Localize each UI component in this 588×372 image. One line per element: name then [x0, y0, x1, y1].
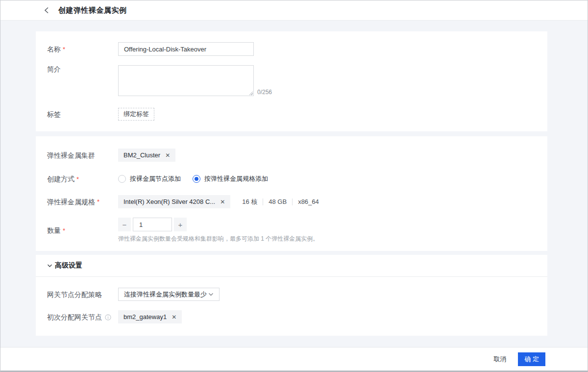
form-content: 名称 * 简介 0/256 — [0, 21, 588, 347]
spec-chip-label: Intel(R) Xeon(R) Silver 4208 C... — [123, 198, 215, 205]
bind-tag-button[interactable]: 绑定标签 — [118, 108, 154, 121]
close-icon[interactable]: ✕ — [172, 314, 176, 320]
gateway-label-col: 初次分配网关节点 — [47, 310, 118, 323]
gateway-policy-select[interactable]: 连接弹性裸金属实例数量最少 — [118, 288, 220, 301]
required-mark: * — [76, 175, 79, 183]
plus-button[interactable]: + — [174, 218, 187, 231]
advanced-settings-toggle[interactable]: 高级设置 — [36, 255, 547, 277]
desc-textarea[interactable] — [118, 65, 254, 96]
gateway-label: 初次分配网关节点 — [47, 313, 102, 321]
radio-option-by-spec[interactable]: 按弹性裸金属规格添加 — [193, 174, 268, 183]
advanced-settings-card: 高级设置 网关节点分配策略 连接弹性裸金属实例数量最少 — [36, 255, 547, 336]
required-mark: * — [63, 227, 65, 234]
back-button[interactable] — [42, 6, 51, 15]
quantity-input[interactable] — [133, 218, 172, 231]
chevron-down-icon — [47, 264, 52, 268]
cluster-label: 弹性裸金属集群 — [47, 151, 95, 159]
chevron-down-icon — [208, 293, 214, 296]
create-elastic-baremetal-page: 创建弹性裸金属实例 名称 * 简介 — [0, 0, 588, 372]
spec-hardware-info: 16 核 48 GB x86_64 — [237, 198, 324, 205]
action-footer: 取消 确 定 — [0, 347, 588, 371]
radio-unchecked-icon[interactable] — [118, 175, 126, 183]
policy-label: 网关节点分配策略 — [47, 291, 102, 298]
tag-label-col: 标签 — [47, 108, 118, 121]
basic-info-card: 名称 * 简介 0/256 — [36, 31, 547, 131]
minus-button[interactable]: − — [118, 218, 131, 231]
info-icon[interactable] — [105, 314, 111, 321]
gateway-policy-value: 连接弹性裸金属实例数量最少 — [124, 290, 207, 299]
policy-label-col: 网关节点分配策略 — [47, 288, 118, 301]
cluster-chip-label: BM2_Cluster — [123, 151, 160, 159]
desc-label-col: 简介 — [47, 65, 118, 96]
required-mark: * — [63, 46, 65, 53]
config-card: 弹性裸金属集群 BM2_Cluster ✕ 创建方式 * — [36, 136, 547, 251]
quantity-label-col: 数量 * — [47, 218, 118, 243]
page-title: 创建弹性裸金属实例 — [58, 6, 127, 15]
gateway-chip-label: bm2_gateway1 — [123, 313, 167, 321]
radio-label: 按裸金属节点添加 — [130, 174, 181, 183]
spec-arch: x86_64 — [292, 198, 324, 205]
radio-checked-icon[interactable] — [193, 175, 200, 183]
name-label-col: 名称 * — [47, 42, 118, 56]
spec-memory: 48 GB — [263, 198, 292, 205]
required-mark: * — [97, 198, 99, 205]
quantity-stepper: − + — [118, 218, 536, 231]
cluster-label-col: 弹性裸金属集群 — [47, 149, 118, 162]
confirm-button[interactable]: 确 定 — [518, 352, 545, 366]
close-icon[interactable]: ✕ — [165, 152, 170, 158]
desc-label: 简介 — [47, 65, 61, 73]
spec-label-col: 弹性裸金属规格 * — [47, 195, 118, 208]
quantity-hint: 弹性裸金属实例数量会受规格和集群影响，最多可添加 1 个弹性裸金属实例。 — [118, 235, 536, 243]
spec-label: 弹性裸金属规格 — [47, 198, 95, 206]
cancel-button[interactable]: 取消 — [493, 355, 506, 364]
chevron-left-icon — [44, 7, 49, 14]
creation-method-radio-group: 按裸金属节点添加 按弹性裸金属规格添加 — [118, 174, 536, 183]
radio-label: 按弹性裸金属规格添加 — [204, 174, 268, 183]
spec-chip: Intel(R) Xeon(R) Silver 4208 C... ✕ — [118, 195, 230, 208]
gateway-chip: bm2_gateway1 ✕ — [118, 310, 182, 323]
radio-option-by-node[interactable]: 按裸金属节点添加 — [118, 174, 181, 183]
tag-label: 标签 — [47, 110, 61, 118]
char-counter: 0/256 — [257, 89, 272, 96]
quantity-label: 数量 — [47, 226, 61, 234]
cluster-chip: BM2_Cluster ✕ — [118, 149, 175, 162]
spec-cores: 16 核 — [237, 198, 263, 205]
name-input[interactable] — [118, 42, 254, 56]
advanced-settings-title: 高级设置 — [55, 261, 82, 270]
method-label: 创建方式 — [47, 175, 74, 183]
close-icon[interactable]: ✕ — [220, 199, 225, 205]
page-header: 创建弹性裸金属实例 — [0, 0, 588, 21]
method-label-col: 创建方式 * — [47, 174, 118, 183]
name-label: 名称 — [47, 45, 61, 53]
